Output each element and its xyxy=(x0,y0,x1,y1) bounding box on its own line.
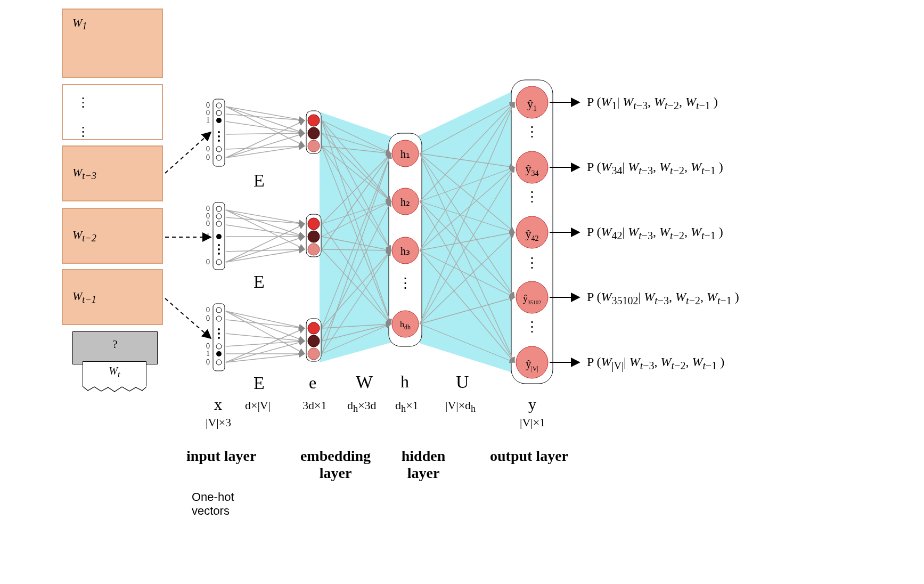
svg-text:⋮: ⋮ xyxy=(525,189,539,205)
svg-text:ŷ|V|: ŷ|V| xyxy=(526,358,538,372)
svg-point-19 xyxy=(218,244,220,246)
svg-point-9 xyxy=(218,131,220,133)
svg-line-137 xyxy=(420,232,514,250)
svg-text:h₂: h₂ xyxy=(400,196,410,208)
onehot-digit: 0 xyxy=(202,306,210,314)
svg-line-99 xyxy=(322,249,391,324)
prob-V: P (W|V|| Wt−3, Wt−2, Wt−1 ) xyxy=(587,355,724,372)
dim-W: dh×3d xyxy=(347,399,377,415)
layer-hidden-label: hiddenlayer xyxy=(378,448,469,482)
svg-line-96 xyxy=(322,249,391,250)
svg-line-104 xyxy=(322,250,391,354)
svg-rect-23 xyxy=(213,304,225,371)
word-box-wt: Wt xyxy=(83,361,146,386)
dim-dV: d×|V| xyxy=(245,399,271,412)
svg-line-134 xyxy=(420,201,514,362)
dim-y: |V|×1 xyxy=(520,416,545,429)
svg-point-120 xyxy=(516,281,548,313)
svg-line-102 xyxy=(322,153,391,328)
svg-line-132 xyxy=(420,201,514,232)
svg-point-7 xyxy=(216,110,222,116)
svg-marker-0 xyxy=(320,112,397,362)
svg-line-105 xyxy=(322,250,391,328)
svg-point-33 xyxy=(308,115,320,126)
svg-point-43 xyxy=(308,348,320,360)
output-nodes: ŷ1 ⋮ ŷ34 ⋮ ŷ42 ⋮ ŷ35102 ⋮ ŷ|V| xyxy=(516,86,548,378)
onehot-note: One-hotvectors xyxy=(192,490,234,518)
svg-line-63 xyxy=(226,224,305,262)
svg-line-131 xyxy=(420,167,514,201)
svg-line-61 xyxy=(226,237,305,262)
matrix-E-2: E xyxy=(254,272,265,292)
svg-point-27 xyxy=(218,332,220,335)
svg-point-16 xyxy=(216,214,222,219)
svg-line-98 xyxy=(322,237,391,250)
svg-line-88 xyxy=(322,133,391,201)
svg-line-109 xyxy=(322,153,391,354)
svg-point-15 xyxy=(216,206,222,212)
svg-line-129 xyxy=(420,153,514,362)
svg-text:⋮: ⋮ xyxy=(398,275,412,291)
vector-y: y xyxy=(528,395,536,413)
svg-point-6 xyxy=(216,103,222,108)
svg-line-52 xyxy=(226,107,305,146)
svg-text:h₃: h₃ xyxy=(400,245,410,257)
svg-point-20 xyxy=(218,248,220,250)
svg-line-130 xyxy=(420,102,514,201)
svg-point-75 xyxy=(392,140,419,167)
svg-line-54 xyxy=(226,210,305,224)
word-box-w1: W1 xyxy=(62,9,163,78)
svg-rect-40 xyxy=(306,319,321,361)
svg-text:⋮: ⋮ xyxy=(525,124,539,140)
dim-e: 3d×1 xyxy=(302,399,326,412)
onehot-digit: 0 xyxy=(202,220,210,228)
svg-point-24 xyxy=(216,307,222,313)
svg-point-11 xyxy=(218,140,220,142)
svg-line-73 xyxy=(226,328,305,362)
svg-line-103 xyxy=(322,201,391,341)
svg-line-66 xyxy=(226,334,305,341)
svg-rect-110 xyxy=(511,80,553,384)
svg-line-53 xyxy=(226,120,305,158)
svg-line-60 xyxy=(226,210,305,237)
svg-line-47 xyxy=(226,133,305,134)
svg-text:hdh: hdh xyxy=(400,320,411,331)
svg-point-13 xyxy=(216,155,222,160)
svg-line-90 xyxy=(322,120,391,250)
question-mark: ? xyxy=(112,337,118,351)
svg-line-139 xyxy=(420,250,514,362)
svg-line-144 xyxy=(420,324,514,362)
svg-point-111 xyxy=(516,86,548,118)
svg-line-71 xyxy=(226,341,305,362)
svg-rect-74 xyxy=(389,133,422,346)
svg-rect-14 xyxy=(213,202,225,270)
svg-line-101 xyxy=(322,153,391,249)
svg-marker-1 xyxy=(413,91,514,373)
svg-line-45 xyxy=(226,114,305,120)
svg-line-67 xyxy=(226,341,305,346)
svg-line-97 xyxy=(322,201,391,224)
svg-line-65 xyxy=(226,320,305,328)
prob-1: P (W1| Wt−3, Wt−2, Wt−1 ) xyxy=(587,95,718,112)
word-box-wt1: Wt−1 xyxy=(62,269,163,325)
embedding-group xyxy=(306,111,321,361)
svg-point-79 xyxy=(392,237,419,264)
svg-line-136 xyxy=(420,167,514,250)
dim-U: |V|×dh xyxy=(445,399,476,415)
dim-h: dh×1 xyxy=(395,399,419,415)
svg-point-10 xyxy=(218,135,220,137)
onehot-digit: 0 xyxy=(202,258,210,266)
svg-point-38 xyxy=(308,231,320,242)
svg-point-12 xyxy=(216,147,222,152)
prob-34: P (W34| Wt−3, Wt−2, Wt−1 ) xyxy=(587,160,723,177)
svg-point-30 xyxy=(216,351,222,356)
onehot-digit: 0 xyxy=(202,358,210,367)
layer-input-label: input layer xyxy=(186,448,256,465)
onehot-digit: 0 xyxy=(202,145,210,153)
svg-point-41 xyxy=(308,322,320,334)
onehot-digit: 0 xyxy=(202,153,210,162)
word-box-wt3: Wt−3 xyxy=(62,145,163,201)
word-label: W1 xyxy=(72,16,87,29)
svg-line-142 xyxy=(420,232,514,324)
svg-line-141 xyxy=(420,167,514,324)
